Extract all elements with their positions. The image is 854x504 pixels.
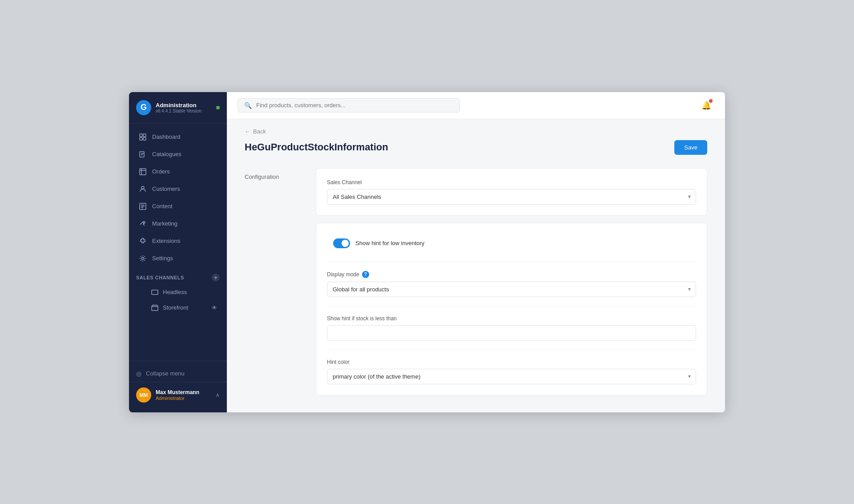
- low-inventory-toggle[interactable]: [333, 238, 350, 248]
- config-cards: Sales Channel All Sales Channels ▾: [316, 168, 707, 403]
- back-arrow-icon: ←: [245, 128, 250, 135]
- sidebar: G Administration v6.4.4.1 Stable Version: [129, 92, 227, 412]
- help-icon[interactable]: ?: [362, 271, 369, 278]
- sales-channel-group: Sales Channel All Sales Channels ▾: [327, 179, 696, 205]
- back-link[interactable]: ← Back: [245, 119, 707, 140]
- config-section: Configuration Sales Channel All Sales Ch…: [245, 168, 707, 403]
- extensions-icon: [139, 237, 147, 245]
- status-dot: [216, 106, 220, 109]
- top-bar-right: 🔔: [698, 97, 714, 113]
- app-layout: G Administration v6.4.4.1 Stable Version: [129, 92, 725, 412]
- toggle-group: Show hint for low inventory: [327, 234, 696, 253]
- svg-rect-0: [140, 134, 142, 137]
- hint-color-select-wrapper: primary color (of the active theme) ▾: [327, 369, 696, 384]
- settings-card: Show hint for low inventory Display mode…: [316, 223, 707, 395]
- sidebar-item-label: Catalogues: [152, 151, 181, 157]
- sales-channel-card: Sales Channel All Sales Channels ▾: [316, 168, 707, 216]
- back-label: Back: [253, 128, 266, 135]
- sidebar-item-dashboard[interactable]: Dashboard: [132, 129, 224, 145]
- search-input[interactable]: [256, 102, 453, 109]
- headless-left: Headless: [151, 289, 187, 296]
- brand-name: Administration: [156, 102, 212, 109]
- sidebar-item-customers[interactable]: Customers: [132, 181, 224, 198]
- search-icon: 🔍: [244, 102, 252, 109]
- stock-threshold-input[interactable]: 5: [327, 325, 696, 341]
- user-section: MM Max Mustermann Administrator ∧: [129, 382, 227, 408]
- display-mode-group: Display mode ? Global for all products ▾: [327, 262, 696, 297]
- user-role: Administrator: [156, 395, 211, 401]
- display-mode-label-row: Display mode ?: [327, 271, 696, 278]
- sidebar-item-label: Dashboard: [152, 133, 181, 140]
- sales-channel-select[interactable]: All Sales Channels: [327, 189, 696, 205]
- sidebar-item-storefront-label: Storefront: [163, 304, 188, 311]
- svg-point-6: [141, 186, 144, 189]
- eye-icon: 👁: [212, 305, 217, 311]
- sidebar-item-headless-label: Headless: [163, 289, 187, 295]
- sidebar-item-marketing[interactable]: Marketing: [132, 215, 224, 232]
- catalogues-icon: [139, 150, 147, 158]
- sidebar-item-label: Settings: [152, 255, 173, 262]
- stock-threshold-group: Show hint if stock is less than 5: [327, 306, 696, 341]
- main-content: 🔍 🔔 ← Back HeGuProductStockInformation: [227, 92, 725, 412]
- brand-logo: G: [136, 100, 151, 115]
- sidebar-item-settings[interactable]: Settings: [132, 250, 224, 267]
- svg-rect-11: [152, 306, 158, 310]
- storefront-icon: [151, 304, 158, 311]
- sales-channels-label: Sales Channels: [136, 275, 184, 280]
- user-info: Max Mustermann Administrator: [156, 389, 211, 401]
- brand-version: v6.4.4.1 Stable Version: [156, 109, 212, 113]
- sidebar-item-extensions[interactable]: Extensions: [132, 233, 224, 250]
- user-chevron-icon[interactable]: ∧: [216, 392, 220, 398]
- sidebar-item-label: Content: [152, 203, 173, 210]
- marketing-icon: [139, 220, 147, 228]
- sidebar-item-headless[interactable]: Headless: [132, 285, 224, 300]
- sales-channels-section: Sales Channels +: [129, 267, 227, 284]
- svg-rect-10: [152, 290, 158, 294]
- display-mode-select-wrapper: Global for all products ▾: [327, 282, 696, 297]
- sidebar-item-catalogues[interactable]: Catalogues: [132, 146, 224, 163]
- svg-rect-4: [140, 152, 144, 157]
- sidebar-item-label: Orders: [152, 168, 170, 175]
- sidebar-item-label: Customers: [152, 185, 180, 192]
- sidebar-nav: Dashboard Catalogues: [129, 124, 227, 361]
- customers-icon: [139, 185, 147, 193]
- dashboard-icon: [139, 133, 147, 141]
- collapse-icon: ◎: [136, 370, 141, 377]
- sidebar-item-label: Extensions: [152, 238, 181, 244]
- svg-rect-3: [143, 137, 146, 140]
- sales-channel-select-wrapper: All Sales Channels ▾: [327, 189, 696, 205]
- config-label: Configuration: [245, 168, 298, 403]
- notification-badge: [709, 99, 713, 103]
- settings-icon: [139, 254, 147, 262]
- notification-button[interactable]: 🔔: [698, 97, 714, 113]
- browser-window: G Administration v6.4.4.1 Stable Version: [129, 92, 725, 412]
- sidebar-item-storefront[interactable]: Storefront 👁: [132, 300, 224, 315]
- svg-rect-1: [143, 134, 146, 137]
- sidebar-bottom: ◎ Collapse menu MM Max Mustermann Admini…: [129, 361, 227, 412]
- brand-area: G Administration v6.4.4.1 Stable Version: [129, 92, 227, 124]
- stock-threshold-label: Show hint if stock is less than: [327, 315, 696, 322]
- toggle-row: Show hint for low inventory: [327, 234, 696, 253]
- hint-color-label: Hint color: [327, 359, 696, 365]
- save-button[interactable]: Save: [674, 140, 707, 155]
- sidebar-item-orders[interactable]: Orders: [132, 163, 224, 180]
- collapse-label: Collapse menu: [146, 370, 185, 377]
- search-bar[interactable]: 🔍: [238, 98, 460, 113]
- collapse-menu-button[interactable]: ◎ Collapse menu: [129, 366, 227, 382]
- add-sales-channel-button[interactable]: +: [212, 274, 220, 282]
- display-mode-label: Display mode: [327, 271, 359, 278]
- storefront-left: Storefront: [151, 304, 188, 311]
- sales-channel-label: Sales Channel: [327, 179, 696, 185]
- page-title: HeGuProductStockInformation: [245, 141, 388, 153]
- sidebar-item-content[interactable]: Content: [132, 198, 224, 215]
- display-mode-select[interactable]: Global for all products: [327, 282, 696, 297]
- hint-color-select[interactable]: primary color (of the active theme): [327, 369, 696, 384]
- svg-rect-2: [140, 137, 142, 140]
- hint-color-group: Hint color primary color (of the active …: [327, 350, 696, 384]
- sidebar-item-label: Marketing: [152, 220, 177, 227]
- svg-rect-5: [140, 169, 146, 175]
- content-icon: [139, 202, 147, 210]
- svg-point-9: [142, 257, 144, 259]
- svg-point-8: [143, 222, 145, 223]
- headless-icon: [151, 289, 158, 296]
